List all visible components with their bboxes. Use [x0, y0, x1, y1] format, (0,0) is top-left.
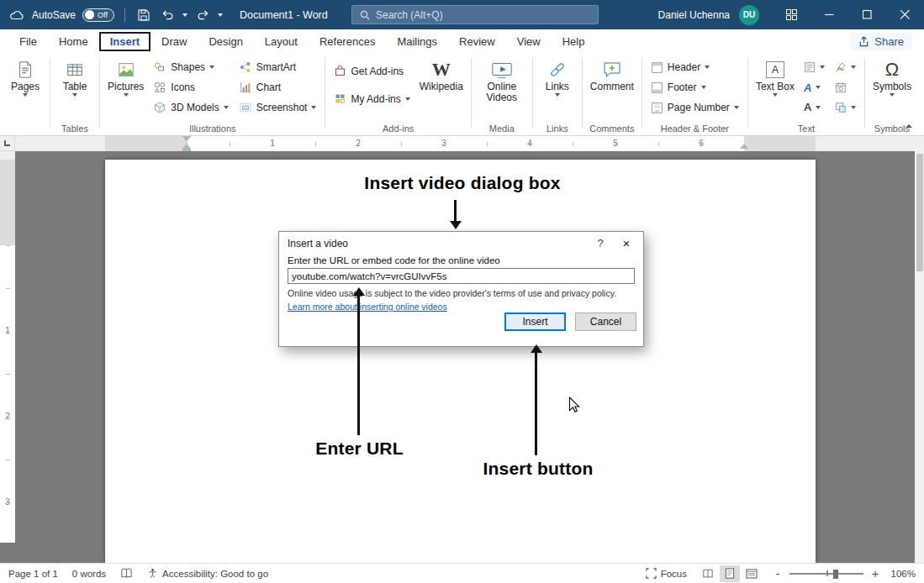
dialog-title-bar[interactable]: Insert a video ? × — [279, 232, 643, 255]
wordart-button[interactable]: A — [800, 77, 829, 97]
page[interactable] — [105, 160, 816, 563]
text-box-button[interactable]: A Text Box — [752, 55, 798, 97]
chevron-down-icon — [23, 93, 28, 97]
comment-button[interactable]: Comment — [587, 55, 637, 92]
ribbon-tab-bar: File Home Insert Draw Design Layout Refe… — [0, 29, 924, 53]
shapes-button[interactable]: Shapes — [149, 57, 232, 77]
pictures-button[interactable]: Pictures — [104, 55, 147, 97]
footer-button[interactable]: Footer — [647, 77, 743, 97]
redo-icon[interactable] — [194, 7, 211, 24]
links-button[interactable]: Links — [537, 55, 578, 97]
group-divider — [582, 58, 583, 128]
annotation-insert-label: Insert button — [467, 459, 610, 479]
read-mode-button[interactable] — [698, 565, 718, 582]
autosave-toggle[interactable]: Off — [82, 8, 114, 22]
dialog-help-button[interactable]: ? — [588, 237, 613, 249]
maximize-button[interactable] — [848, 0, 886, 29]
undo-icon[interactable] — [159, 7, 176, 24]
object-button[interactable] — [831, 97, 860, 118]
avatar[interactable]: DU — [739, 5, 759, 25]
focus-button[interactable]: Focus — [646, 568, 687, 579]
page-number-button[interactable]: Page Number — [647, 97, 743, 118]
table-button[interactable]: Table — [55, 55, 95, 97]
smartart-button[interactable]: SmartArt — [235, 57, 321, 77]
date-time-icon — [835, 81, 847, 93]
search-box[interactable]: Search (Alt+Q) — [351, 5, 599, 24]
icons-icon — [153, 81, 166, 94]
cancel-button[interactable]: Cancel — [575, 313, 636, 331]
ribbon-group-text: A Text Box A — [749, 53, 863, 135]
online-videos-button[interactable]: Online Videos — [476, 55, 528, 103]
print-layout-button[interactable] — [720, 565, 740, 582]
icons-button[interactable]: Icons — [149, 77, 232, 97]
tab-layout[interactable]: Layout — [254, 32, 309, 51]
symbols-button[interactable]: Ω Symbols — [869, 55, 915, 97]
chart-button[interactable]: Chart — [235, 77, 321, 97]
tab-insert[interactable]: Insert — [99, 32, 150, 51]
insert-button[interactable]: Insert — [504, 313, 566, 331]
tab-file[interactable]: File — [8, 32, 48, 51]
left-indent-marker[interactable] — [182, 149, 191, 151]
tab-view[interactable]: View — [506, 32, 552, 51]
screenshot-button[interactable]: Screenshot — [235, 97, 321, 118]
autosave-cloud-icon — [8, 7, 25, 24]
save-icon[interactable] — [135, 7, 152, 24]
app-grid-icon[interactable] — [773, 0, 810, 29]
tab-help[interactable]: Help — [552, 32, 596, 51]
group-label-links: Links — [537, 121, 578, 135]
collapse-ribbon-button[interactable] — [903, 122, 915, 130]
ruler-number: 3 — [0, 494, 15, 511]
pages-button[interactable]: Pages — [5, 55, 45, 97]
dialog-close-button[interactable]: × — [613, 236, 640, 250]
user-name[interactable]: Daniel Uchenna — [658, 9, 730, 21]
3d-models-button[interactable]: 3D Models — [149, 97, 232, 118]
my-addins-button[interactable]: My Add-ins — [330, 85, 414, 113]
drop-cap-icon: A — [804, 103, 811, 112]
quick-access-chevron-icon[interactable] — [218, 13, 223, 17]
wikipedia-button[interactable]: W Wikipedia — [416, 55, 467, 92]
accessibility-status[interactable]: Accessibility: Good to go — [147, 568, 268, 579]
first-line-indent-marker[interactable] — [182, 136, 191, 141]
word-count[interactable]: 0 words — [72, 569, 106, 579]
zoom-out-button[interactable]: - — [773, 567, 783, 580]
right-indent-marker[interactable] — [740, 144, 748, 149]
zoom-level[interactable]: 106% — [887, 569, 916, 579]
tab-draw[interactable]: Draw — [150, 32, 198, 51]
tab-review[interactable]: Review — [448, 32, 506, 51]
scrollbar-thumb[interactable] — [916, 154, 923, 271]
toggle-knob-icon — [85, 10, 94, 19]
video-url-input[interactable] — [288, 268, 635, 284]
ruler-number: 2 — [350, 136, 367, 151]
zoom-in-button[interactable]: + — [870, 567, 880, 580]
tab-mailings[interactable]: Mailings — [386, 32, 448, 51]
quick-parts-button[interactable] — [800, 57, 829, 77]
vertical-scrollbar[interactable] — [915, 151, 924, 563]
tab-references[interactable]: References — [309, 32, 386, 51]
header-button[interactable]: Header — [647, 57, 743, 77]
zoom-slider[interactable] — [789, 568, 863, 580]
tab-stop-selector[interactable] — [0, 136, 15, 151]
signature-line-button[interactable] — [831, 57, 860, 77]
share-icon — [858, 36, 869, 47]
horizontal-ruler[interactable]: 1 2 3 4 5 6 — [15, 136, 924, 151]
icons-label: Icons — [171, 81, 195, 93]
share-button[interactable]: Share — [850, 33, 912, 50]
date-time-button[interactable] — [831, 77, 860, 97]
learn-more-link[interactable]: Learn more about inserting online videos — [288, 302, 447, 312]
drop-cap-button[interactable]: A — [800, 97, 829, 118]
vertical-ruler[interactable]: 1 2 3 — [0, 151, 15, 543]
page-indicator[interactable]: Page 1 of 1 — [8, 569, 58, 579]
proofing-icon[interactable] — [120, 568, 133, 579]
tab-home[interactable]: Home — [48, 32, 99, 51]
ribbon-group-links: Links Links — [534, 53, 581, 135]
close-button[interactable] — [886, 0, 924, 29]
mouse-cursor — [568, 397, 580, 414]
tab-design[interactable]: Design — [198, 32, 253, 51]
undo-chevron-icon[interactable] — [182, 13, 187, 17]
annotation-url-label: Enter URL — [277, 439, 441, 459]
zoom-thumb[interactable] — [833, 570, 838, 579]
minimize-button[interactable] — [810, 0, 848, 29]
web-layout-button[interactable] — [742, 565, 762, 582]
ribbon-group-comments: Comment Comments — [583, 53, 641, 135]
get-addins-button[interactable]: Get Add-ins — [330, 57, 414, 85]
